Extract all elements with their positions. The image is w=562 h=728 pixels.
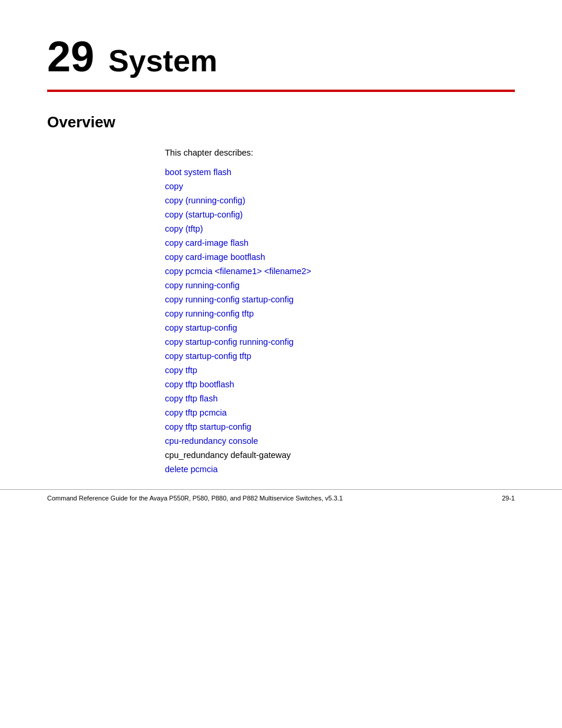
footer-right: 29-1: [502, 495, 515, 502]
chapter-title: System: [108, 45, 217, 76]
list-item[interactable]: delete pcmcia: [165, 464, 515, 475]
toc-link[interactable]: copy tftp flash: [165, 394, 217, 403]
toc-link[interactable]: copy (tftp): [165, 224, 203, 233]
list-item[interactable]: copy startup-config tftp: [165, 351, 515, 361]
chapter-number: 29: [47, 35, 94, 78]
list-item[interactable]: copy running-config tftp: [165, 308, 515, 319]
toc-link[interactable]: copy card-image flash: [165, 238, 249, 248]
toc-link[interactable]: copy card-image bootflash: [165, 252, 265, 262]
list-item[interactable]: copy tftp startup-config: [165, 421, 515, 432]
chapter-header: 29 System: [47, 35, 515, 78]
list-item[interactable]: cpu-redundancy console: [165, 436, 515, 446]
list-item[interactable]: copy: [165, 181, 515, 192]
toc-link[interactable]: copy tftp startup-config: [165, 422, 252, 431]
list-item[interactable]: copy tftp: [165, 365, 515, 375]
toc-link[interactable]: copy (startup-config): [165, 210, 243, 219]
list-item[interactable]: copy tftp bootflash: [165, 379, 515, 390]
toc-link[interactable]: delete pcmcia: [165, 465, 217, 474]
toc-link[interactable]: copy: [165, 182, 183, 191]
toc-link[interactable]: copy startup-config: [165, 323, 237, 332]
toc-link[interactable]: cpu-redundancy console: [165, 436, 258, 446]
list-item[interactable]: copy startup-config running-config: [165, 337, 515, 347]
list-item[interactable]: copy card-image flash: [165, 238, 515, 248]
toc-link[interactable]: copy (running-config): [165, 196, 245, 205]
toc-link[interactable]: copy tftp: [165, 365, 197, 375]
list-item[interactable]: copy (tftp): [165, 223, 515, 234]
intro-text: This chapter describes:: [165, 148, 515, 157]
page-footer: Command Reference Guide for the Avaya P5…: [0, 489, 562, 502]
list-item[interactable]: copy running-config: [165, 280, 515, 291]
toc-link[interactable]: copy startup-config running-config: [165, 337, 293, 347]
list-item: cpu_redundancy default-gateway: [165, 450, 515, 460]
toc-plain-text: cpu_redundancy default-gateway: [165, 450, 291, 460]
toc-link[interactable]: copy pcmcia <filename1> <filename2>: [165, 266, 311, 276]
list-item[interactable]: boot system flash: [165, 167, 515, 177]
page-container: 29 System Overview This chapter describe…: [0, 0, 562, 513]
list-item[interactable]: copy running-config startup-config: [165, 294, 515, 305]
red-rule: [47, 90, 515, 92]
list-item[interactable]: copy tftp flash: [165, 393, 515, 404]
toc-link[interactable]: copy running-config tftp: [165, 309, 254, 318]
toc-link[interactable]: copy running-config: [165, 281, 240, 290]
list-item[interactable]: copy tftp pcmcia: [165, 407, 515, 418]
list-item[interactable]: copy card-image bootflash: [165, 252, 515, 262]
toc-link[interactable]: copy tftp bootflash: [165, 380, 234, 389]
list-item[interactable]: copy startup-config: [165, 322, 515, 333]
toc-link[interactable]: copy running-config startup-config: [165, 295, 293, 304]
toc-link[interactable]: boot system flash: [165, 167, 232, 177]
footer-left: Command Reference Guide for the Avaya P5…: [47, 495, 343, 502]
list-item[interactable]: copy pcmcia <filename1> <filename2>: [165, 266, 515, 276]
toc-list: boot system flashcopycopy (running-confi…: [165, 167, 515, 475]
section-heading: Overview: [47, 113, 515, 131]
toc-link[interactable]: copy startup-config tftp: [165, 351, 252, 361]
list-item[interactable]: copy (running-config): [165, 195, 515, 206]
toc-link[interactable]: copy tftp pcmcia: [165, 408, 227, 417]
list-item[interactable]: copy (startup-config): [165, 209, 515, 220]
